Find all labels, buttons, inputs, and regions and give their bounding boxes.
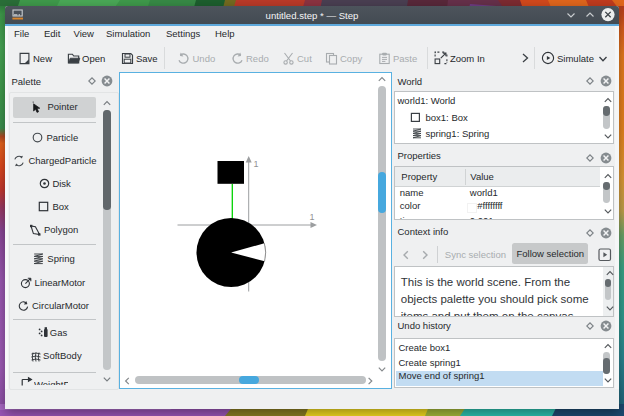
- svg-text:1: 1: [254, 158, 259, 168]
- svg-text:1: 1: [310, 211, 315, 221]
